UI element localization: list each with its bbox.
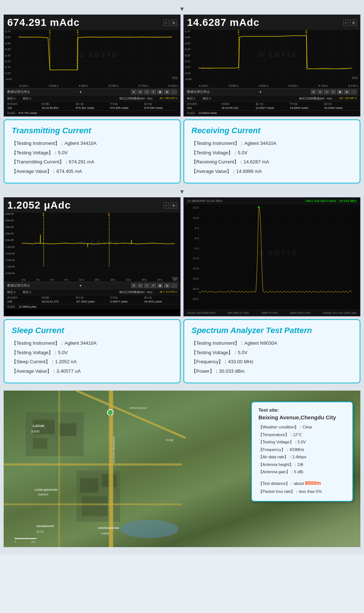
transmit-markers: 标记 1 标记 2 标记之间的数据(M2 - M1) Δt = 00.147 s xyxy=(4,95,180,101)
receive-avg-col: 平均值: 14.8999 mAdc xyxy=(290,102,323,110)
transmit-bottom-bar: 数据记录已停止 ▼ ⊕ ⊖ ⊙ ✛ ▣ ▤ ⋯ xyxy=(4,88,180,95)
sleep-zoom-fit[interactable]: ⊙ xyxy=(144,283,150,288)
receive-zoom-fit[interactable]: ⊙ xyxy=(324,90,329,94)
svg-point-37 xyxy=(120,520,178,538)
spectrum-power: 【Power】：30.033 dBm xyxy=(191,368,352,375)
sleep-grid-svg: 1 2 ⊙ EBYTE xyxy=(22,213,178,274)
map-loss-rate: less than 5% xyxy=(299,489,322,494)
transmit-dropdown[interactable]: ▼ xyxy=(79,90,82,94)
receive-osc-graph: 0.77 0.67 0.57 0.47 0.37 0.27 0.17 0.07 … xyxy=(184,30,360,88)
svg-text:DAOMAKAN: DAOMAKAN xyxy=(36,525,54,528)
svg-rect-24 xyxy=(58,423,76,436)
sleep-controls[interactable]: ⊕ ⊖ ⊙ ✛ ▣ ▤ ⋯ xyxy=(131,283,177,288)
sleep-osc-value: 1.2052 μAdc xyxy=(7,199,71,211)
map-section: LUCUN 农路村 LUJIA QIAOCUN 陆家桥村 DAOMAKAN 道马… xyxy=(4,391,360,547)
receive-current-val: 【Receiving Current】：14.6287 mA xyxy=(191,158,352,166)
transmit-info-card: Transmitting Current 【Testing Instrument… xyxy=(4,119,181,183)
receive-markers: 标记 1 标记 2 标记之间的数据(M2 - M1) Δt = 00.497 s xyxy=(184,95,360,101)
sleep-dropdown[interactable]: ▼ xyxy=(79,284,82,288)
sleep-zoom-in[interactable]: ⊕ xyxy=(131,283,136,288)
sleep-move[interactable]: ✛ xyxy=(151,283,156,288)
transmit-zoom-out[interactable]: ⊖ xyxy=(138,90,143,94)
sleep-grid-icon[interactable]: ⊞ xyxy=(170,202,177,209)
svg-line-33 xyxy=(76,391,186,438)
receive-settings[interactable]: ▤ xyxy=(344,90,350,94)
receive-sample-col: 样本编号: 202 xyxy=(187,102,220,110)
osc-grid-icon[interactable]: ⊞ xyxy=(170,20,177,26)
top-divider-arrow: ▼ xyxy=(179,6,185,12)
spectrum-instrument: 【Testing Instrument】：Aglient N9030A xyxy=(191,340,352,347)
sleep-osc-icons: ≈ ⊞ xyxy=(163,202,177,209)
receive-dropdown[interactable]: ▼ xyxy=(259,90,262,94)
receive-grid-icon[interactable]: ⊞ xyxy=(350,20,357,26)
spectrum-ref-label: Ref 32.00 dBm xyxy=(201,199,222,203)
receive-osc-value: 14.6287 mAdc xyxy=(187,17,260,28)
svg-rect-27 xyxy=(80,478,98,493)
spectrum-graph-area: -22.0 -12.0 -2.0 8.0 -2.0 -12.0 -22.0 -3… xyxy=(184,204,360,310)
receive-wave-icon[interactable]: ≈ xyxy=(343,20,349,26)
transmit-zoom-in[interactable]: ⊕ xyxy=(131,90,136,94)
sleep-wave-icon[interactable]: ≈ xyxy=(163,202,169,209)
svg-text:农路村: 农路村 xyxy=(31,430,40,433)
sleep-voltage: 【Testing Voltage】：5.0V xyxy=(12,349,173,356)
receive-more[interactable]: ⋯ xyxy=(351,90,357,94)
receive-move[interactable]: ✛ xyxy=(331,90,336,94)
sleep-current-val: 【Sleep Current】：1.2052 nA xyxy=(12,358,173,365)
receive-voltage: 【Testing Voltage】：5.0V xyxy=(191,149,352,157)
sleep-export[interactable]: ▣ xyxy=(157,283,163,288)
sleep-zoom-out[interactable]: ⊖ xyxy=(138,283,143,288)
sleep-data-row: 样本编号: 149 时间戳: 16:23:31.479 最小值: -97.189… xyxy=(4,295,180,304)
receive-max-col: 最大值: 16.4490 mAdc xyxy=(324,102,357,110)
svg-text:Dongl: Dongl xyxy=(166,438,173,442)
svg-text:1: 1 xyxy=(49,30,51,33)
spectrum-sweep: Sweep 20.9 ms (1001 pts) xyxy=(323,311,357,315)
transmit-info-title: Transmitting Current xyxy=(12,126,173,135)
transmit-time-col: 时间戳: 16:19:55.852 xyxy=(41,102,74,110)
transmit-move[interactable]: ✛ xyxy=(151,90,156,94)
transmit-grid-svg: 1 2 ⊙ EBYTE xyxy=(19,30,178,81)
osc-wave-icon[interactable]: ≈ xyxy=(163,20,169,26)
receive-time-label: 时间 xyxy=(352,76,358,80)
svg-text:道马坎: 道马坎 xyxy=(36,530,44,533)
map-test-distance: 【Test distance】：about 8000m xyxy=(258,479,346,487)
transmit-osc-icons: ≈ ⊞ xyxy=(163,20,177,26)
spectrum-info-card: Spectrum Analyzer Test Pattern 【Testing … xyxy=(183,319,360,383)
receive-controls[interactable]: ⊕ ⊖ ⊙ ✛ ▣ ▤ ⋯ xyxy=(311,90,357,94)
transmit-status: 数据记录已停止 xyxy=(7,90,30,94)
transmit-zoom-fit[interactable]: ⊙ xyxy=(144,90,150,94)
map-test-site-label: Test site: xyxy=(258,407,346,413)
receive-min-col: 最小值: 14.0627 mAdc xyxy=(256,102,288,110)
svg-text:⊙ EBYTE: ⊙ EBYTE xyxy=(80,240,119,247)
sleep-settings[interactable]: ▤ xyxy=(164,283,170,288)
transmit-controls[interactable]: ⊕ ⊖ ⊙ ✛ ▣ ▤ ⋯ xyxy=(131,90,177,94)
receive-track-row: 轨迹器: 14.8004 mAdc xyxy=(184,110,360,116)
transmit-data-row: 样本编号: 191 时间戳: 16:19:55.852 最小值: 673.361… xyxy=(4,101,180,110)
svg-text:1: 1 xyxy=(237,30,239,33)
spectrum-frequency: 【Frequency】：433.00 MHz xyxy=(191,358,352,365)
receive-info-card: Receiving Current 【Testing Instrument】：A… xyxy=(183,119,360,183)
receive-osc-panel: 14.6287 mAdc ≈ ⊞ 0.77 0.67 0.57 0.47 0.3… xyxy=(183,15,360,116)
spectrum-center: Center 433.0000 MHz xyxy=(187,311,215,315)
transmit-osc-graph: 0.77 0.67 0.57 0.47 0.37 0.27 0.17 0.07 … xyxy=(4,30,180,88)
receive-instrument: 【Testing Instrument】：Aglient 34410A xyxy=(191,140,352,147)
map-frequency: 【Frequency】：433MHz xyxy=(258,447,346,453)
map-air-data-rate: 【Air data rate】：2.4kbps xyxy=(258,454,346,460)
transmit-x-labels: 4.116 s 4.516 s 4.916 s 5.316 s 5.716 s … xyxy=(19,84,178,87)
sleep-info-title: Sleep Current xyxy=(12,326,173,335)
transmit-voltage: 【Testing Voltage】：5.0V xyxy=(12,149,173,157)
svg-text:LUJIA QIAOCUN: LUJIA QIAOCUN xyxy=(35,488,58,491)
transmit-settings[interactable]: ▤ xyxy=(164,90,170,94)
sleep-x-labels: 0 s 3 s 6 s 9 s 12 s 15 s 18 s 21 s 24 s… xyxy=(22,278,178,282)
receive-zoom-out[interactable]: ⊖ xyxy=(317,90,323,94)
receive-zoom-in[interactable]: ⊕ xyxy=(311,90,316,94)
sleep-more[interactable]: ⋯ xyxy=(171,283,177,288)
sleep-avg-col: 平均值: 3.40577 μAdc xyxy=(110,296,143,303)
map-weather: 【Weather condition】：Clear xyxy=(258,424,346,430)
transmit-track-row: 轨迹器: 674.751 mAdc xyxy=(4,110,180,116)
receive-export[interactable]: ▣ xyxy=(337,90,343,94)
svg-text:⊙ EBYTE: ⊙ EBYTE xyxy=(258,51,298,59)
sleep-bottom-bar: 数据记录已停止 ▼ ⊕ ⊖ ⊙ ✛ ▣ ▤ ⋯ xyxy=(4,282,180,289)
transmit-more[interactable]: ⋯ xyxy=(171,90,177,94)
transmit-export[interactable]: ▣ xyxy=(157,90,163,94)
sleep-osc-title-bar: 1.2052 μAdc ≈ ⊞ xyxy=(4,198,180,213)
